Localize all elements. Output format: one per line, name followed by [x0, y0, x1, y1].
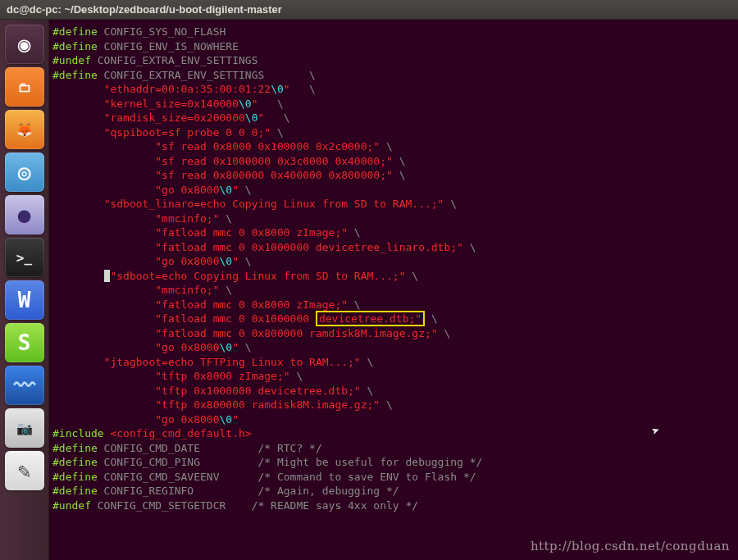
code-line: "jtagboot=echo TFTPing Linux to RAM...;"…	[52, 355, 735, 370]
code-line: "fatload mmc 0 0x1000000 devicetree_lina…	[52, 240, 735, 255]
ubuntu-dash-icon[interactable]: ◉	[5, 25, 44, 64]
chromium-icon[interactable]: ◎	[5, 153, 44, 192]
highlighted-token: devicetree.dtb;"	[316, 311, 425, 326]
code-line: "mmcinfo;" \	[52, 212, 735, 226]
code-line: "go 0x8000\0" \	[52, 183, 735, 198]
code-line: "sdboot_linaro=echo Copying Linux from S…	[52, 197, 735, 212]
code-line: "sf read 0x8000 0x100000 0x2c0000;" \	[52, 139, 735, 154]
code-line: "go 0x8000\0"	[52, 412, 735, 427]
code-line: #define CONFIG_SYS_NO_FLASH	[52, 25, 735, 39]
code-line: #define CONFIG_ENV_IS_NOWHERE	[52, 39, 735, 54]
code-line: "sf read 0x1000000 0x3c0000 0x40000;" \	[52, 154, 735, 169]
code-line: "tftp 0x8000 zImage;" \	[52, 369, 735, 384]
code-line: "kernel_size=0x140000\0" \	[52, 97, 735, 112]
wireshark-icon[interactable]: 〰	[5, 366, 44, 405]
code-line: #define CONFIG_CMD_PING /* Might be usef…	[52, 455, 735, 470]
code-line: "go 0x8000\0" \	[52, 254, 735, 269]
code-line: "fatload mmc 0 0x800000 ramdisk8M.image.…	[52, 326, 735, 341]
code-line: "fatload mmc 0 0x8000 zImage;" \	[52, 298, 735, 312]
text-editor-icon[interactable]: ✎	[5, 451, 44, 490]
code-line: #define CONFIG_EXTRA_ENV_SETTINGS \	[52, 68, 735, 83]
code-line: "ethaddr=00:0a:35:00:01:22\0" \	[52, 82, 735, 97]
screenshot-icon[interactable]: 📷	[5, 408, 44, 448]
firefox-icon[interactable]: 🦊	[5, 110, 44, 149]
code-line: "tftp 0x1000000 devicetree.dtb;" \	[52, 384, 735, 398]
code-line: "mmcinfo;" \	[52, 283, 735, 298]
code-line: #undef CONFIG_EXTRA_ENV_SETTINGS	[52, 53, 735, 68]
window-titlebar[interactable]: dc@dc-pc: ~/Desktop/zedboard/u-boot-digi…	[0, 0, 738, 20]
code-line: "fatload mmc 0 0x1000000 devicetree.dtb;…	[52, 312, 735, 326]
code-line: "tftp 0x800000 ramdisk8M.image.gz;" \	[52, 398, 735, 412]
code-line: "qspiboot=sf probe 0 0 0;" \	[52, 125, 735, 140]
code-line: "ramdisk_size=0x200000\0" \	[52, 111, 735, 125]
code-line: "sf read 0x800000 0x400000 0x800000;" \	[52, 168, 735, 183]
code-line: "go 0x8000\0" \	[52, 340, 735, 355]
wps-spreadsheet-icon[interactable]: S	[5, 323, 44, 362]
code-line: #define CONFIG_CMD_SAVEENV /* Command to…	[52, 470, 735, 485]
window-title: dc@dc-pc: ~/Desktop/zedboard/u-boot-digi…	[7, 3, 282, 16]
code-line: #undef CONFIG_CMD_SETGETDCR /* README sa…	[52, 499, 735, 513]
code-line: #define CONFIG_REGINFO /* Again, debuggi…	[52, 484, 735, 499]
terminal-viewport[interactable]: #define CONFIG_SYS_NO_FLASH#define CONFI…	[49, 20, 738, 560]
eclipse-icon[interactable]: ●	[5, 195, 44, 234]
code-line: "sdboot=echo Copying Linux from SD to RA…	[52, 269, 735, 284]
code-line: "fatload mmc 0 0x8000 zImage;" \	[52, 225, 735, 240]
terminal-icon[interactable]: >_	[5, 238, 44, 277]
files-icon[interactable]: 🗀	[5, 67, 44, 107]
unity-launcher: ◉🗀🦊◎●>_WS〰📷✎	[0, 20, 49, 560]
code-line: #define CONFIG_CMD_DATE /* RTC? */	[52, 441, 735, 456]
wps-writer-icon[interactable]: W	[5, 280, 44, 320]
code-line: #include <config_cmd_default.h>	[52, 426, 735, 441]
